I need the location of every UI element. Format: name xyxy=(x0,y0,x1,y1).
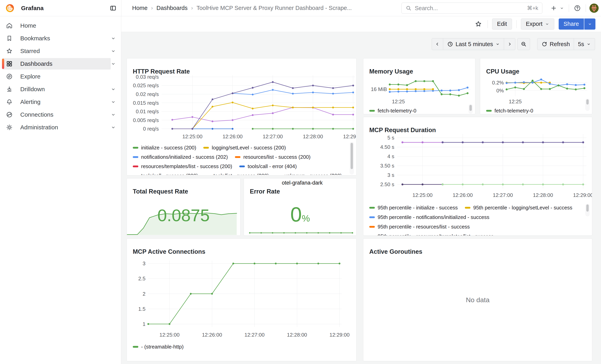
legend-swatch xyxy=(239,166,245,167)
cpu-usage-chart: 0.2%0%12:25 xyxy=(480,59,592,114)
svg-text:4.50 s: 4.50 s xyxy=(380,144,394,150)
sidebar-item-starred[interactable]: Starred xyxy=(0,45,121,58)
bookmark-icon xyxy=(6,35,13,42)
svg-text:12:28:00: 12:28:00 xyxy=(303,134,323,139)
chevron-down-icon[interactable] xyxy=(111,87,116,92)
refresh-interval-picker[interactable]: 5s xyxy=(574,38,595,50)
legend-label: notifications/initialized - success (202… xyxy=(141,154,228,160)
legend-item[interactable]: fetch-telemetry-0 xyxy=(369,108,416,114)
chevron-down-icon xyxy=(545,22,549,26)
sidebar-collapse-icon[interactable] xyxy=(109,4,117,12)
legend-item[interactable]: initialize - success (200) xyxy=(133,145,196,151)
refresh-button[interactable]: Refresh xyxy=(537,38,574,50)
legend-item[interactable]: tools/call - success (200) xyxy=(133,173,198,175)
svg-text:12:27:00: 12:27:00 xyxy=(493,192,513,198)
http-legend: initialize - success (200)logging/setLev… xyxy=(133,143,348,175)
legend-swatch xyxy=(369,226,375,228)
legend-item[interactable]: 95th percentile - resources/list - succe… xyxy=(369,224,470,230)
legend-item[interactable]: resources/templates/list - success (200) xyxy=(133,163,232,169)
panel-title: MCP Request Duration xyxy=(369,127,436,134)
time-range-picker[interactable]: Last 5 minutes xyxy=(443,38,504,50)
legend-label: 95th percentile - logging/setLevel - suc… xyxy=(473,205,572,211)
sidebar-item-explore[interactable]: Explore xyxy=(0,70,121,83)
refresh-icon xyxy=(541,41,547,47)
svg-text:3 s: 3 s xyxy=(387,172,394,178)
chevron-down-icon[interactable] xyxy=(111,125,116,130)
breadcrumb-dashboards[interactable]: Dashboards xyxy=(156,5,187,11)
chevron-down-icon[interactable] xyxy=(111,99,116,105)
home-icon xyxy=(6,22,13,29)
time-shift-back-button[interactable] xyxy=(432,38,443,50)
legend-scrollbar-thumb[interactable] xyxy=(470,105,472,111)
legend-item[interactable]: 95th percentile - initialize - success xyxy=(369,205,458,211)
sidebar-item-bookmarks[interactable]: Bookmarks xyxy=(0,32,121,45)
share-button[interactable]: Share xyxy=(559,19,584,30)
svg-text:12:27:00: 12:27:00 xyxy=(263,134,283,139)
zoom-out-button[interactable] xyxy=(517,38,530,50)
legend-scrollbar-thumb[interactable] xyxy=(586,205,589,212)
search-input[interactable]: Search... ⌘+k xyxy=(401,3,542,14)
legend-swatch xyxy=(369,207,375,209)
breadcrumb-home[interactable]: Home xyxy=(132,5,148,11)
legend-item[interactable]: fetch-telemetry-0 xyxy=(486,108,533,114)
stat-unit: % xyxy=(302,213,310,224)
svg-text:12:25: 12:25 xyxy=(509,98,522,105)
help-button[interactable] xyxy=(572,3,582,13)
share-chevron-button[interactable] xyxy=(584,19,595,30)
chevron-down-icon[interactable] xyxy=(111,49,116,54)
sidebar-item-alerting[interactable]: Alerting xyxy=(0,96,121,108)
star-button[interactable] xyxy=(474,19,483,29)
sidebar-item-drilldown[interactable]: Drilldown xyxy=(0,83,121,96)
panel-title: Memory Usage xyxy=(369,68,413,75)
legend-item[interactable]: 95th percentile - resources/templates/li… xyxy=(369,233,494,236)
sidebar-item-connections[interactable]: Connections xyxy=(0,108,121,121)
legend-item[interactable]: logging/setLevel - success (200) xyxy=(203,145,286,151)
time-shift-forward-button[interactable] xyxy=(504,38,515,50)
legend-label: initialize - success (200) xyxy=(141,145,196,151)
svg-text:12:26:00: 12:26:00 xyxy=(452,192,473,198)
legend-item[interactable]: 95th percentile - notifications/initiali… xyxy=(369,214,489,220)
gear-icon xyxy=(6,124,13,131)
legend-label: resources/templates/list - success (200) xyxy=(141,163,232,169)
svg-text:16 MiB: 16 MiB xyxy=(371,86,387,92)
panel-error-rate: Error Rate 0% xyxy=(244,178,357,236)
svg-text:0.02 req/s: 0.02 req/s xyxy=(136,91,159,97)
legend-item[interactable]: notifications/initialized - success (202… xyxy=(133,154,228,160)
legend-label: - (streamable-http) xyxy=(141,344,184,350)
legend-item[interactable]: unknown - success (200) xyxy=(276,173,342,175)
legend-item[interactable]: - (streamable-http) xyxy=(133,344,184,350)
sidebar-item-dashboards[interactable]: Dashboards xyxy=(0,58,121,70)
legend-item[interactable]: tools/call - error (404) xyxy=(239,163,297,169)
svg-text:3.50 s: 3.50 s xyxy=(380,163,394,169)
edit-button[interactable]: Edit xyxy=(492,19,512,30)
zoom-out-icon xyxy=(521,41,527,47)
time-controls: Last 5 minutes Refresh 5s xyxy=(121,38,595,50)
chevron-down-icon xyxy=(587,42,591,46)
legend-scrollbar-thumb[interactable] xyxy=(586,99,589,105)
panel-cpu-usage: CPU Usage 0.2%0%12:25 fetch-telemetry-0 xyxy=(480,58,592,114)
svg-text:12:28:00: 12:28:00 xyxy=(533,192,553,198)
svg-text:12:25: 12:25 xyxy=(392,98,405,105)
legend-scrollbar-thumb[interactable] xyxy=(351,143,353,169)
legend-item[interactable]: 95th percentile - logging/setLevel - suc… xyxy=(465,205,572,211)
sidebar-item-home[interactable]: Home xyxy=(0,19,121,32)
legend-item[interactable]: resources/list - success (200) xyxy=(235,154,311,160)
chevron-down-icon[interactable] xyxy=(111,61,116,66)
svg-text:1: 1 xyxy=(143,321,145,327)
legend-item[interactable]: tools/list - success (200) xyxy=(205,173,269,175)
no-data-message: No data xyxy=(363,296,592,304)
avatar[interactable] xyxy=(590,4,599,13)
add-button[interactable] xyxy=(549,3,559,13)
svg-text:12:29:00: 12:29:00 xyxy=(330,332,350,338)
legend-scrollbar xyxy=(585,98,590,111)
panel-mcp-active-connections: MCP Active Connections 11.522.5312:25:00… xyxy=(127,238,357,361)
export-button[interactable]: Export xyxy=(521,19,554,30)
chevron-down-icon xyxy=(588,22,592,26)
svg-text:0 req/s: 0 req/s xyxy=(143,126,159,132)
memory-legend: fetch-telemetry-0 xyxy=(369,108,466,114)
top-actions xyxy=(549,0,601,16)
sidebar-item-administration[interactable]: Administration xyxy=(0,121,121,134)
add-chevron-down-icon[interactable] xyxy=(559,3,565,13)
chevron-down-icon[interactable] xyxy=(111,112,116,117)
chevron-down-icon[interactable] xyxy=(111,36,116,41)
